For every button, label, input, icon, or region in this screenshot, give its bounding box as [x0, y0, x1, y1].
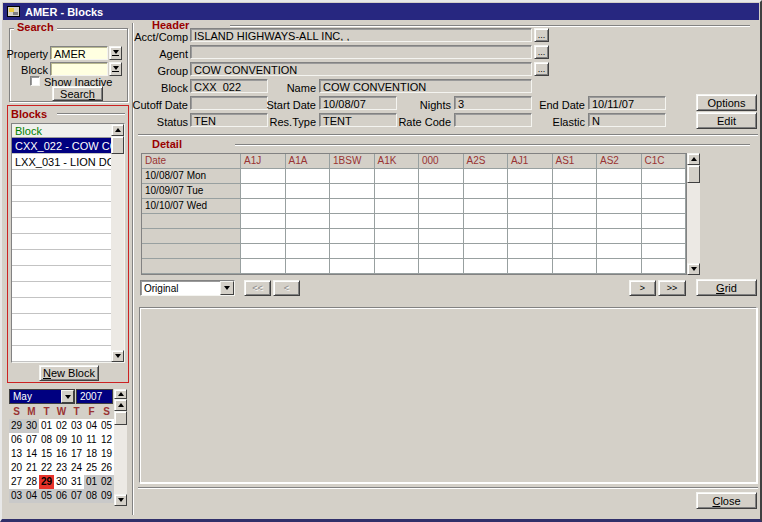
edit-button[interactable]: Edit	[696, 112, 757, 129]
calendar-day[interactable]: 24	[69, 461, 84, 475]
calendar-day[interactable]: 06	[9, 433, 24, 447]
start-date-field[interactable]: 10/08/07	[319, 96, 397, 110]
grid-cell[interactable]	[241, 244, 286, 259]
grid-cell[interactable]	[419, 169, 464, 184]
block-list-empty-row[interactable]	[12, 170, 111, 186]
grid-cell[interactable]	[464, 244, 509, 259]
calendar-day[interactable]: 16	[54, 447, 69, 461]
grid-cell[interactable]	[286, 169, 331, 184]
block-list-empty-row[interactable]	[12, 218, 111, 234]
block-list-empty-row[interactable]	[12, 346, 111, 362]
grid-cell[interactable]	[286, 229, 331, 244]
calendar-day[interactable]: 03	[69, 419, 84, 433]
calendar-day[interactable]: 20	[9, 461, 24, 475]
calendar-day[interactable]: 26	[99, 461, 114, 475]
calendar-day[interactable]: 09	[99, 489, 114, 503]
grid-cell[interactable]	[464, 214, 509, 229]
calendar-day[interactable]: 01	[39, 419, 54, 433]
elastic-field[interactable]: N	[588, 113, 666, 127]
calendar-day[interactable]: 23	[54, 461, 69, 475]
calendar-day[interactable]: 11	[84, 433, 99, 447]
grid-cell[interactable]	[553, 184, 598, 199]
grid-cell[interactable]	[508, 199, 553, 214]
calendar-day[interactable]: 05	[39, 489, 54, 503]
grid-cell[interactable]	[330, 199, 375, 214]
grid-cell[interactable]	[330, 184, 375, 199]
agent-ellipsis-button[interactable]: ...	[534, 45, 549, 59]
calendar-day[interactable]: 01	[84, 475, 99, 489]
view-select[interactable]: Original	[140, 280, 235, 296]
block-list-empty-row[interactable]	[12, 186, 111, 202]
block-list-empty-row[interactable]	[12, 298, 111, 314]
block-list-empty-row[interactable]	[12, 202, 111, 218]
calendar-scrollbar[interactable]	[114, 389, 127, 506]
grid-cell[interactable]	[642, 229, 687, 244]
grid-cell[interactable]	[464, 184, 509, 199]
nights-field[interactable]: 3	[454, 96, 532, 110]
grid-cell[interactable]	[286, 259, 331, 274]
rate-code-field[interactable]	[454, 113, 532, 127]
new-block-button[interactable]: New Block	[39, 365, 99, 381]
grid-cell[interactable]	[419, 214, 464, 229]
grid-cell[interactable]	[241, 169, 286, 184]
calendar-day[interactable]: 17	[69, 447, 84, 461]
grid-cell[interactable]	[375, 244, 420, 259]
grid-cell[interactable]	[553, 229, 598, 244]
grid-cell[interactable]	[597, 244, 642, 259]
grid-cell[interactable]	[597, 199, 642, 214]
calendar-day[interactable]: 30	[54, 475, 69, 489]
grid-cell[interactable]	[642, 169, 687, 184]
acct-comp-field[interactable]: ISLAND HIGHWAYS-ALL INC, ,	[190, 28, 532, 42]
grid-cell[interactable]	[419, 199, 464, 214]
agent-field[interactable]	[190, 45, 532, 59]
grid-cell[interactable]	[375, 169, 420, 184]
grid-cell[interactable]	[464, 229, 509, 244]
calendar-day[interactable]: 08	[84, 489, 99, 503]
year-spin-up-button[interactable]	[114, 389, 127, 399]
block-list-item[interactable]: CXX_022 - COW CONVENTION	[12, 138, 111, 154]
grid-cell[interactable]	[419, 184, 464, 199]
name-field[interactable]: COW CONVENTION	[319, 79, 532, 93]
grid-cell[interactable]	[553, 244, 598, 259]
calendar-day[interactable]: 29	[9, 419, 24, 433]
grid-cell[interactable]	[642, 184, 687, 199]
calendar-day[interactable]: 07	[24, 433, 39, 447]
last-page-button[interactable]: >>	[658, 280, 686, 296]
grid-cell[interactable]	[508, 184, 553, 199]
grid-cell[interactable]	[375, 214, 420, 229]
grid-cell[interactable]	[553, 259, 598, 274]
block-list-empty-row[interactable]	[12, 234, 111, 250]
scrollbar-thumb[interactable]	[111, 136, 124, 154]
calendar-day[interactable]: 05	[99, 419, 114, 433]
calendar-day[interactable]: 02	[54, 419, 69, 433]
calendar-day[interactable]: 28	[24, 475, 39, 489]
options-button[interactable]: Options	[696, 94, 757, 111]
group-field[interactable]: COW CONVENTION	[190, 62, 532, 76]
scroll-up-button[interactable]	[114, 399, 127, 411]
grid-button[interactable]: Grid	[696, 279, 757, 296]
calendar-day[interactable]: 12	[99, 433, 114, 447]
scrollbar-thumb[interactable]	[114, 411, 127, 425]
grid-cell[interactable]	[286, 199, 331, 214]
grid-cell[interactable]	[508, 169, 553, 184]
block-list-empty-row[interactable]	[12, 314, 111, 330]
grid-cell[interactable]	[464, 259, 509, 274]
calendar-day[interactable]: 18	[84, 447, 99, 461]
grid-cell[interactable]	[553, 214, 598, 229]
grid-cell[interactable]	[330, 214, 375, 229]
res-type-field[interactable]: TENT	[319, 113, 397, 127]
month-dropdown-button[interactable]	[61, 390, 74, 403]
grid-cell[interactable]	[241, 214, 286, 229]
grid-cell[interactable]	[375, 259, 420, 274]
end-date-field[interactable]: 10/11/07	[588, 96, 666, 110]
view-dropdown-button[interactable]	[220, 281, 234, 295]
grid-cell[interactable]	[286, 184, 331, 199]
grid-cell[interactable]	[642, 214, 687, 229]
grid-cell[interactable]	[508, 214, 553, 229]
grid-cell[interactable]	[241, 199, 286, 214]
block-list-button[interactable]	[109, 62, 122, 76]
calendar-day[interactable]: 25	[84, 461, 99, 475]
scroll-up-button[interactable]	[687, 153, 700, 165]
grid-cell[interactable]	[597, 184, 642, 199]
block-list-empty-row[interactable]	[12, 282, 111, 298]
